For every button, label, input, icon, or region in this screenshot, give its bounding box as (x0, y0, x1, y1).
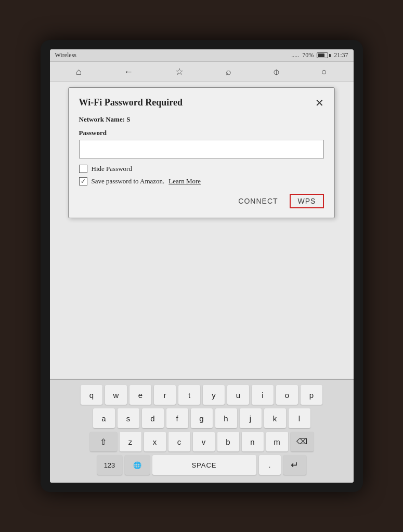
signal-dots: ..... (291, 51, 299, 59)
key-w[interactable]: w (105, 385, 127, 405)
bookmark-icon[interactable]: ⌽ (274, 66, 279, 77)
key-a[interactable]: a (93, 408, 115, 428)
keyboard-area: q w e r t y u i o p a s d f g h j k (50, 379, 354, 483)
battery-icon (317, 52, 331, 58)
key-x[interactable]: x (144, 432, 166, 451)
enter-key[interactable]: ↵ (283, 455, 306, 475)
key-s[interactable]: s (118, 408, 139, 428)
connect-button[interactable]: CONNECT (234, 195, 282, 207)
key-b[interactable]: b (217, 432, 239, 451)
key-r[interactable]: r (154, 385, 176, 405)
keyboard-row-1: q w e r t y u i o p (53, 385, 350, 405)
key-z[interactable]: z (120, 432, 141, 451)
learn-more-link[interactable]: Learn More (168, 177, 201, 185)
save-password-row: Save password to Amazon. Learn More (79, 177, 324, 185)
keyboard-row-2: a s d f g h j k l (53, 408, 350, 428)
key-h[interactable]: h (215, 408, 237, 428)
dialog-title: Wi-Fi Password Required (79, 97, 183, 108)
status-right: ..... 70% 21:37 (291, 51, 348, 59)
key-y[interactable]: y (203, 385, 225, 405)
password-label: Password (79, 129, 324, 137)
nav-bar: ⌂ ← ☆ ⌕ ⌽ ○ (50, 62, 354, 82)
dialog-title-row: Wi-Fi Password Required ✕ (79, 97, 324, 108)
key-o[interactable]: o (276, 385, 298, 405)
shift-key[interactable]: ⇧ (90, 432, 117, 451)
back-icon[interactable]: ← (124, 66, 133, 77)
key-f[interactable]: f (166, 408, 188, 428)
backspace-key[interactable]: ⌫ (291, 432, 314, 451)
key-l[interactable]: l (289, 408, 310, 428)
hide-password-checkbox[interactable] (79, 165, 87, 173)
save-password-checkbox[interactable] (79, 177, 87, 185)
key-q[interactable]: q (81, 385, 102, 405)
battery-body (317, 52, 328, 58)
wireless-label: Wireless (55, 51, 77, 59)
wifi-dialog: Wi-Fi Password Required ✕ Network Name: … (68, 87, 335, 218)
key-t[interactable]: t (178, 385, 200, 405)
globe-key[interactable]: 🌐 (125, 455, 150, 475)
home-icon[interactable]: ⌂ (76, 66, 82, 77)
status-bar: Wireless ..... 70% 21:37 (50, 49, 354, 62)
wps-button[interactable]: WPS (290, 194, 324, 208)
screen: Wireless ..... 70% 21:37 ⌂ ← ☆ ⌕ ⌽ ○ (50, 49, 354, 483)
battery-tip (329, 54, 331, 57)
clock: 21:37 (334, 51, 348, 59)
space-key[interactable]: SPACE (152, 455, 256, 475)
key-k[interactable]: k (264, 408, 286, 428)
key-p[interactable]: p (301, 385, 322, 405)
period-key[interactable]: . (259, 455, 281, 475)
menu-icon[interactable]: ○ (321, 66, 327, 77)
key-m[interactable]: m (266, 432, 288, 451)
network-name: Network Name: S (79, 115, 324, 124)
battery-fill (318, 54, 324, 57)
password-input[interactable] (79, 140, 324, 158)
key-e[interactable]: e (129, 385, 151, 405)
close-button[interactable]: ✕ (315, 98, 324, 108)
hide-password-label: Hide Password (92, 165, 132, 173)
keyboard-row-4: 123 🌐 SPACE . ↵ (53, 455, 350, 475)
hide-password-row: Hide Password (79, 165, 324, 173)
key-g[interactable]: g (191, 408, 213, 428)
key-v[interactable]: v (193, 432, 215, 451)
battery-percent: 70% (302, 51, 314, 59)
key-u[interactable]: u (227, 385, 249, 405)
content-area: Wi-Fi Password Required ✕ Network Name: … (50, 82, 354, 379)
dialog-buttons: CONNECT WPS (79, 194, 324, 208)
key-n[interactable]: n (242, 432, 264, 451)
keyboard-row-3: ⇧ z x c v b n m ⌫ (53, 432, 350, 451)
numbers-key[interactable]: 123 (97, 455, 122, 475)
kindle-device: Wireless ..... 70% 21:37 ⌂ ← ☆ ⌕ ⌽ ○ (41, 40, 363, 492)
key-d[interactable]: d (142, 408, 164, 428)
settings-icon[interactable]: ☆ (175, 66, 184, 77)
search-icon[interactable]: ⌕ (226, 66, 231, 77)
save-password-label: Save password to Amazon. (92, 177, 165, 185)
key-i[interactable]: i (252, 385, 274, 405)
key-j[interactable]: j (240, 408, 262, 428)
dialog-overlay: Wi-Fi Password Required ✕ Network Name: … (50, 82, 354, 379)
key-c[interactable]: c (168, 432, 190, 451)
